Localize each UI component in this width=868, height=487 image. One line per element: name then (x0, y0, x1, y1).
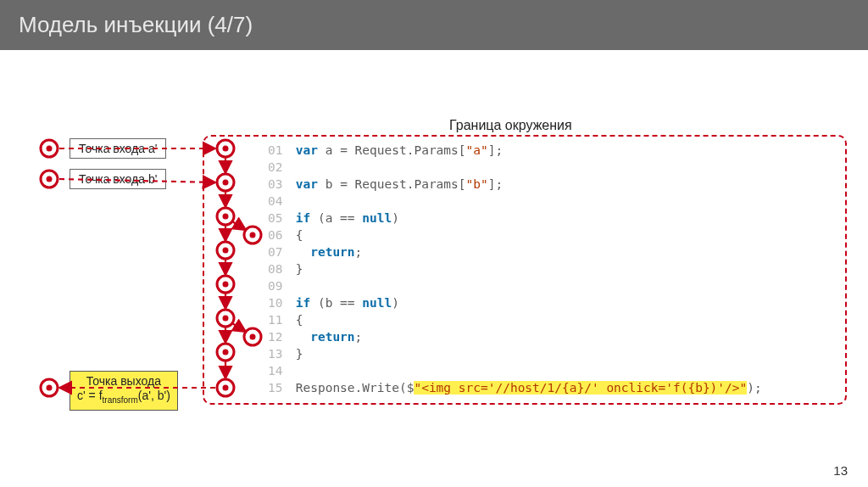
exit-point-label: Точка выхода c' = ftransform(a', b') (70, 371, 178, 411)
exit-formula: c' = ftransform(a', b') (77, 389, 170, 402)
svg-point-2 (41, 171, 58, 188)
page-number: 13 (833, 463, 848, 478)
graph-node (41, 379, 58, 396)
entry-point-a-label: Точка входа a' (70, 138, 166, 159)
environment-boundary-label: Граница окружения (449, 118, 572, 133)
slide-body: Граница окружения Точка входа a' Точка в… (0, 50, 868, 483)
graph-node (41, 140, 58, 157)
entry-point-b-label: Точка входа b' (70, 169, 166, 189)
slide-header: Модель инъекции (4/7) (0, 0, 868, 50)
svg-point-1 (47, 146, 53, 152)
svg-point-0 (41, 140, 58, 157)
slide-title: Модель инъекции (4/7) (19, 12, 253, 37)
exit-title: Точка выхода (86, 374, 161, 388)
svg-point-3 (47, 176, 53, 182)
graph-node (41, 171, 58, 188)
svg-point-5 (47, 385, 53, 391)
svg-point-4 (41, 379, 58, 396)
code-listing: 01 var a = Request.Params["a"]; 02 03 va… (268, 142, 762, 396)
